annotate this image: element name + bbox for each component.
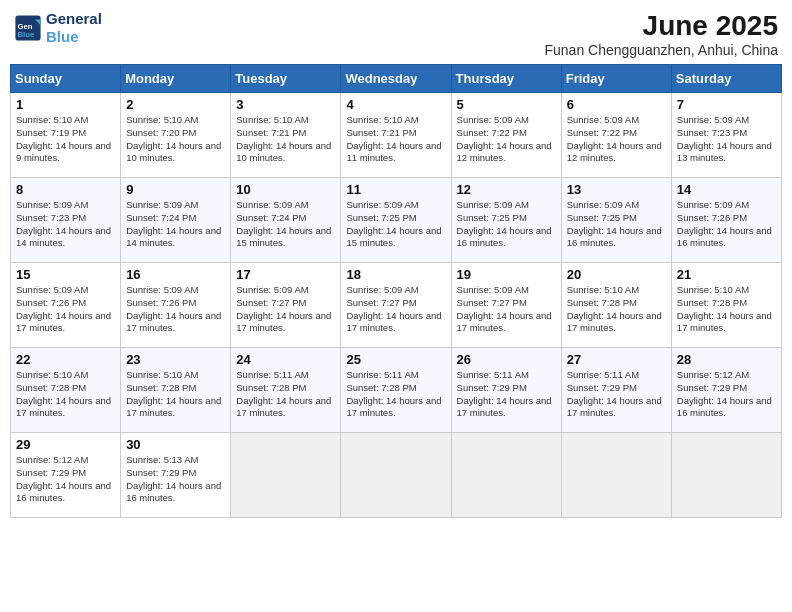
day-info: Sunrise: 5:09 AM Sunset: 7:27 PM Dayligh… [236, 284, 335, 335]
table-row: 22 Sunrise: 5:10 AM Sunset: 7:28 PM Dayl… [11, 348, 121, 433]
table-row: 6 Sunrise: 5:09 AM Sunset: 7:22 PM Dayli… [561, 93, 671, 178]
col-sunday: Sunday [11, 65, 121, 93]
day-info: Sunrise: 5:10 AM Sunset: 7:28 PM Dayligh… [126, 369, 225, 420]
day-number: 16 [126, 267, 225, 282]
table-row: 20 Sunrise: 5:10 AM Sunset: 7:28 PM Dayl… [561, 263, 671, 348]
day-number: 4 [346, 97, 445, 112]
day-number: 2 [126, 97, 225, 112]
calendar-week-row: 8 Sunrise: 5:09 AM Sunset: 7:23 PM Dayli… [11, 178, 782, 263]
day-info: Sunrise: 5:10 AM Sunset: 7:21 PM Dayligh… [236, 114, 335, 165]
day-info: Sunrise: 5:09 AM Sunset: 7:26 PM Dayligh… [126, 284, 225, 335]
day-number: 15 [16, 267, 115, 282]
table-row [231, 433, 341, 518]
col-monday: Monday [121, 65, 231, 93]
day-number: 11 [346, 182, 445, 197]
table-row: 15 Sunrise: 5:09 AM Sunset: 7:26 PM Dayl… [11, 263, 121, 348]
day-number: 1 [16, 97, 115, 112]
calendar-header-row: Sunday Monday Tuesday Wednesday Thursday… [11, 65, 782, 93]
table-row: 28 Sunrise: 5:12 AM Sunset: 7:29 PM Dayl… [671, 348, 781, 433]
col-friday: Friday [561, 65, 671, 93]
day-number: 8 [16, 182, 115, 197]
day-info: Sunrise: 5:09 AM Sunset: 7:24 PM Dayligh… [126, 199, 225, 250]
table-row: 3 Sunrise: 5:10 AM Sunset: 7:21 PM Dayli… [231, 93, 341, 178]
day-info: Sunrise: 5:09 AM Sunset: 7:26 PM Dayligh… [677, 199, 776, 250]
day-number: 27 [567, 352, 666, 367]
calendar-week-row: 29 Sunrise: 5:12 AM Sunset: 7:29 PM Dayl… [11, 433, 782, 518]
day-number: 10 [236, 182, 335, 197]
col-wednesday: Wednesday [341, 65, 451, 93]
day-info: Sunrise: 5:09 AM Sunset: 7:23 PM Dayligh… [16, 199, 115, 250]
table-row: 10 Sunrise: 5:09 AM Sunset: 7:24 PM Dayl… [231, 178, 341, 263]
logo-text-general: General [46, 10, 102, 28]
sub-title: Funan Chengguanzhen, Anhui, China [544, 42, 778, 58]
day-info: Sunrise: 5:11 AM Sunset: 7:29 PM Dayligh… [567, 369, 666, 420]
day-number: 23 [126, 352, 225, 367]
page-header: Gen Blue General Blue June 2025 Funan Ch… [10, 10, 782, 58]
table-row: 29 Sunrise: 5:12 AM Sunset: 7:29 PM Dayl… [11, 433, 121, 518]
day-info: Sunrise: 5:10 AM Sunset: 7:21 PM Dayligh… [346, 114, 445, 165]
col-saturday: Saturday [671, 65, 781, 93]
table-row: 23 Sunrise: 5:10 AM Sunset: 7:28 PM Dayl… [121, 348, 231, 433]
table-row [671, 433, 781, 518]
table-row: 13 Sunrise: 5:09 AM Sunset: 7:25 PM Dayl… [561, 178, 671, 263]
logo-text-blue: Blue [46, 28, 102, 46]
calendar-week-row: 1 Sunrise: 5:10 AM Sunset: 7:19 PM Dayli… [11, 93, 782, 178]
day-info: Sunrise: 5:09 AM Sunset: 7:25 PM Dayligh… [346, 199, 445, 250]
day-number: 9 [126, 182, 225, 197]
day-info: Sunrise: 5:12 AM Sunset: 7:29 PM Dayligh… [16, 454, 115, 505]
col-tuesday: Tuesday [231, 65, 341, 93]
table-row: 18 Sunrise: 5:09 AM Sunset: 7:27 PM Dayl… [341, 263, 451, 348]
table-row: 17 Sunrise: 5:09 AM Sunset: 7:27 PM Dayl… [231, 263, 341, 348]
calendar-week-row: 22 Sunrise: 5:10 AM Sunset: 7:28 PM Dayl… [11, 348, 782, 433]
day-number: 25 [346, 352, 445, 367]
day-info: Sunrise: 5:11 AM Sunset: 7:29 PM Dayligh… [457, 369, 556, 420]
day-info: Sunrise: 5:09 AM Sunset: 7:27 PM Dayligh… [457, 284, 556, 335]
table-row: 5 Sunrise: 5:09 AM Sunset: 7:22 PM Dayli… [451, 93, 561, 178]
table-row: 4 Sunrise: 5:10 AM Sunset: 7:21 PM Dayli… [341, 93, 451, 178]
logo-icon: Gen Blue [14, 14, 42, 42]
day-number: 28 [677, 352, 776, 367]
table-row [341, 433, 451, 518]
table-row: 8 Sunrise: 5:09 AM Sunset: 7:23 PM Dayli… [11, 178, 121, 263]
day-info: Sunrise: 5:12 AM Sunset: 7:29 PM Dayligh… [677, 369, 776, 420]
day-info: Sunrise: 5:09 AM Sunset: 7:27 PM Dayligh… [346, 284, 445, 335]
day-number: 19 [457, 267, 556, 282]
table-row: 7 Sunrise: 5:09 AM Sunset: 7:23 PM Dayli… [671, 93, 781, 178]
day-info: Sunrise: 5:09 AM Sunset: 7:22 PM Dayligh… [457, 114, 556, 165]
col-thursday: Thursday [451, 65, 561, 93]
day-number: 6 [567, 97, 666, 112]
day-info: Sunrise: 5:13 AM Sunset: 7:29 PM Dayligh… [126, 454, 225, 505]
day-number: 26 [457, 352, 556, 367]
table-row: 30 Sunrise: 5:13 AM Sunset: 7:29 PM Dayl… [121, 433, 231, 518]
day-info: Sunrise: 5:09 AM Sunset: 7:23 PM Dayligh… [677, 114, 776, 165]
day-number: 20 [567, 267, 666, 282]
day-number: 13 [567, 182, 666, 197]
calendar-table: Sunday Monday Tuesday Wednesday Thursday… [10, 64, 782, 518]
table-row: 11 Sunrise: 5:09 AM Sunset: 7:25 PM Dayl… [341, 178, 451, 263]
table-row: 25 Sunrise: 5:11 AM Sunset: 7:28 PM Dayl… [341, 348, 451, 433]
table-row: 24 Sunrise: 5:11 AM Sunset: 7:28 PM Dayl… [231, 348, 341, 433]
day-number: 7 [677, 97, 776, 112]
day-info: Sunrise: 5:09 AM Sunset: 7:26 PM Dayligh… [16, 284, 115, 335]
table-row: 9 Sunrise: 5:09 AM Sunset: 7:24 PM Dayli… [121, 178, 231, 263]
table-row: 12 Sunrise: 5:09 AM Sunset: 7:25 PM Dayl… [451, 178, 561, 263]
day-number: 14 [677, 182, 776, 197]
logo: Gen Blue General Blue [14, 10, 102, 46]
table-row: 14 Sunrise: 5:09 AM Sunset: 7:26 PM Dayl… [671, 178, 781, 263]
day-number: 18 [346, 267, 445, 282]
table-row [451, 433, 561, 518]
day-info: Sunrise: 5:10 AM Sunset: 7:20 PM Dayligh… [126, 114, 225, 165]
day-number: 29 [16, 437, 115, 452]
day-info: Sunrise: 5:10 AM Sunset: 7:28 PM Dayligh… [677, 284, 776, 335]
table-row: 19 Sunrise: 5:09 AM Sunset: 7:27 PM Dayl… [451, 263, 561, 348]
table-row: 21 Sunrise: 5:10 AM Sunset: 7:28 PM Dayl… [671, 263, 781, 348]
table-row: 16 Sunrise: 5:09 AM Sunset: 7:26 PM Dayl… [121, 263, 231, 348]
day-number: 3 [236, 97, 335, 112]
day-number: 22 [16, 352, 115, 367]
main-title: June 2025 [544, 10, 778, 42]
day-info: Sunrise: 5:09 AM Sunset: 7:24 PM Dayligh… [236, 199, 335, 250]
day-info: Sunrise: 5:09 AM Sunset: 7:25 PM Dayligh… [567, 199, 666, 250]
table-row [561, 433, 671, 518]
day-info: Sunrise: 5:09 AM Sunset: 7:25 PM Dayligh… [457, 199, 556, 250]
table-row: 1 Sunrise: 5:10 AM Sunset: 7:19 PM Dayli… [11, 93, 121, 178]
